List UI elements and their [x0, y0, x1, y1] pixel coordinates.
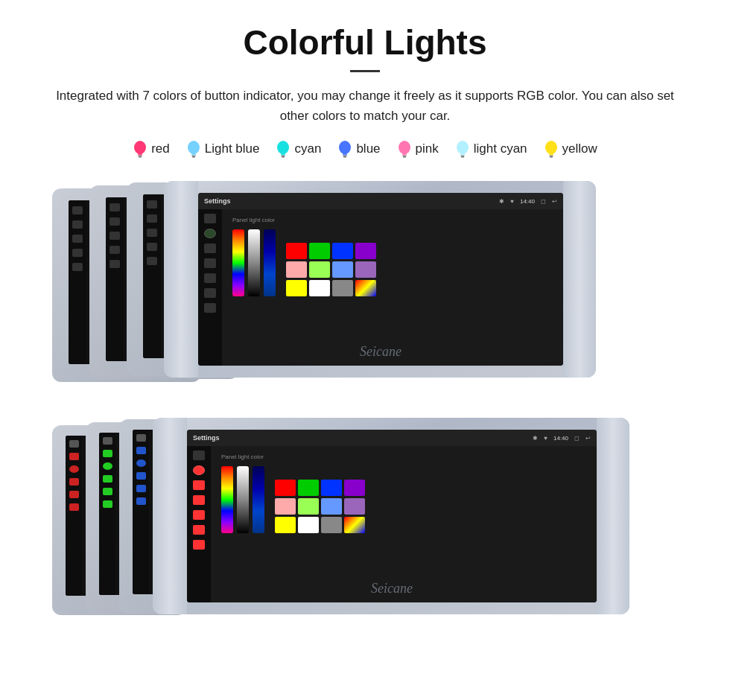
bulb-icon-cyan [276, 139, 291, 159]
color-label-pink: pink [416, 141, 439, 156]
description-text: Integrated with 7 colors of button indic… [45, 86, 685, 126]
color-item-Light-blue: Light blue [186, 139, 260, 159]
svg-point-0 [134, 141, 146, 154]
bulb-icon-yellow [544, 139, 559, 159]
svg-rect-7 [192, 156, 195, 158]
screen-settings-label: Settings [204, 197, 231, 205]
color-row: red Light blue cyan blue pink light cyan [30, 139, 700, 159]
color-label-blue: blue [356, 141, 380, 156]
top-showcase: Settings ✱ ♥ 14:40 ◻ ↩ [30, 181, 700, 397]
color-item-pink: pink [397, 139, 439, 159]
color-item-yellow: yellow [544, 139, 597, 159]
panel-light-label: Panel light color [232, 217, 553, 223]
color-label-red: red [151, 141, 170, 156]
svg-point-12 [339, 141, 351, 154]
bulb-icon-blue [337, 139, 352, 159]
color-item-light-cyan: light cyan [455, 139, 527, 159]
color-label-cyan: cyan [294, 141, 321, 156]
svg-rect-3 [139, 156, 142, 158]
svg-rect-23 [461, 156, 464, 158]
watermark-bottom: Seicane [371, 581, 413, 596]
bulb-icon-Light-blue [186, 139, 201, 159]
device-card-main: Settings ✱ ♥ 14:40 ◻ ↩ [164, 181, 596, 378]
color-label-Light-blue: Light blue [205, 141, 260, 156]
color-label-light-cyan: light cyan [474, 141, 527, 156]
bottom-card-main: Settings ✱ ♥ 14:40 ◻ ↩ [153, 418, 629, 614]
svg-point-24 [545, 141, 557, 154]
bulb-icon-red [133, 139, 147, 159]
bulb-icon-pink [397, 139, 412, 159]
svg-point-4 [188, 141, 200, 154]
svg-rect-27 [550, 156, 553, 158]
svg-point-20 [457, 141, 469, 154]
svg-point-8 [277, 141, 289, 154]
panel-light-label-bottom: Panel light color [221, 454, 586, 460]
title-divider [350, 70, 380, 72]
watermark-top: Seicane [360, 344, 402, 360]
bottom-device-stack: Settings ✱ ♥ 14:40 ◻ ↩ [30, 418, 700, 626]
svg-rect-15 [343, 156, 346, 158]
svg-rect-19 [403, 156, 406, 158]
svg-point-16 [399, 141, 410, 154]
color-item-red: red [133, 139, 170, 159]
svg-rect-11 [282, 156, 285, 158]
page-container: Colorful Lights Integrated with 7 colors… [0, 0, 730, 656]
color-label-yellow: yellow [562, 141, 597, 156]
color-item-blue: blue [337, 139, 380, 159]
bulb-icon-light-cyan [455, 139, 470, 159]
bottom-showcase: Settings ✱ ♥ 14:40 ◻ ↩ [30, 418, 700, 634]
page-title: Colorful Lights [30, 22, 700, 63]
top-device-stack: Settings ✱ ♥ 14:40 ◻ ↩ [30, 181, 700, 389]
color-item-cyan: cyan [276, 139, 321, 159]
